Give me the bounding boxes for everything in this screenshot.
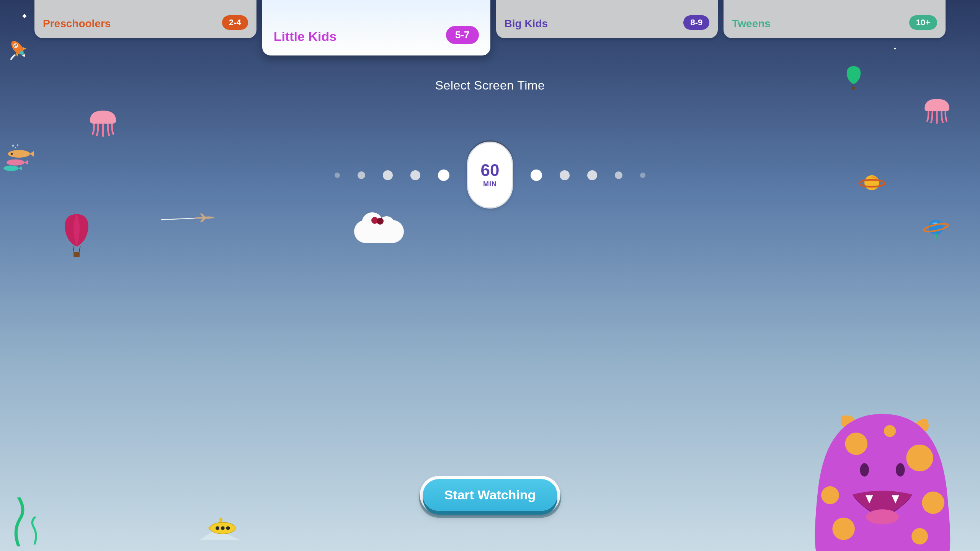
svg-rect-23 bbox=[220, 519, 222, 524]
seaweed-icon bbox=[10, 497, 40, 551]
svg-point-1 bbox=[12, 42, 19, 49]
svg-point-25 bbox=[210, 522, 235, 534]
time-unit: MIN bbox=[483, 180, 497, 188]
svg-point-27 bbox=[216, 526, 219, 530]
svg-point-34 bbox=[832, 518, 855, 540]
svg-point-39 bbox=[896, 463, 905, 476]
time-value: 60 bbox=[481, 162, 500, 179]
slider-dot[interactable] bbox=[410, 170, 420, 180]
slider-dot[interactable] bbox=[383, 170, 393, 180]
age-range-badge: 8-9 bbox=[683, 15, 709, 30]
slider-dot[interactable] bbox=[560, 170, 570, 180]
jellyfish-icon bbox=[86, 107, 120, 142]
svg-point-37 bbox=[884, 425, 896, 437]
berries-icon bbox=[371, 212, 382, 227]
age-card-label: Big Kids bbox=[505, 18, 548, 30]
age-card-little-kids[interactable]: Little Kids 5-7 bbox=[262, 0, 490, 55]
rocket-icon bbox=[6, 36, 33, 63]
slider-dot[interactable] bbox=[587, 170, 597, 180]
age-card-preschoolers[interactable]: Preschoolers 2-4 bbox=[34, 0, 256, 38]
svg-point-38 bbox=[860, 463, 869, 476]
current-time-pill[interactable]: 60 MIN bbox=[467, 142, 513, 209]
svg-point-36 bbox=[911, 528, 928, 544]
section-title: Select Screen Time bbox=[0, 78, 980, 93]
svg-point-2 bbox=[14, 45, 16, 47]
star-icon bbox=[22, 14, 26, 18]
slider-dot[interactable] bbox=[640, 173, 645, 178]
svg-point-40 bbox=[866, 509, 899, 524]
start-button-container: Start Watching bbox=[423, 479, 557, 511]
age-range-badge: 5-7 bbox=[446, 26, 479, 44]
svg-line-18 bbox=[161, 218, 195, 220]
submarine-icon bbox=[199, 517, 241, 540]
svg-point-29 bbox=[226, 526, 230, 530]
svg-rect-30 bbox=[209, 527, 211, 530]
svg-point-26 bbox=[210, 522, 235, 534]
svg-point-3 bbox=[15, 44, 17, 46]
screen-time-slider[interactable]: 60 MIN bbox=[0, 142, 980, 209]
slider-dot[interactable] bbox=[438, 170, 449, 181]
svg-line-12 bbox=[73, 246, 74, 253]
svg-point-33 bbox=[821, 486, 839, 504]
age-card-label: Preschoolers bbox=[43, 18, 111, 30]
svg-point-31 bbox=[845, 432, 868, 455]
svg-rect-4 bbox=[19, 51, 24, 55]
svg-point-35 bbox=[922, 492, 944, 514]
airplane-icon bbox=[161, 212, 218, 224]
age-range-badge: 2-4 bbox=[222, 15, 248, 30]
svg-rect-14 bbox=[74, 252, 80, 257]
jellyfish-icon bbox=[921, 96, 953, 128]
ringed-planet-icon bbox=[923, 214, 949, 241]
slider-dot[interactable] bbox=[531, 170, 542, 181]
age-card-big-kids[interactable]: Big Kids 8-9 bbox=[496, 0, 718, 38]
svg-point-21 bbox=[928, 220, 943, 235]
monster-character-icon bbox=[808, 409, 957, 551]
age-category-row: Preschoolers 2-4 Little Kids 5-7 Big Kid… bbox=[34, 0, 946, 55]
slider-dot[interactable] bbox=[358, 171, 365, 179]
age-card-label: Tweens bbox=[732, 18, 771, 30]
start-watching-button[interactable]: Start Watching bbox=[423, 479, 557, 511]
svg-point-24 bbox=[219, 518, 222, 521]
svg-point-32 bbox=[906, 445, 933, 471]
age-range-badge: 10+ bbox=[909, 15, 937, 30]
hot-air-balloon-icon bbox=[61, 212, 92, 266]
slider-dot[interactable] bbox=[335, 173, 340, 178]
svg-line-13 bbox=[79, 246, 80, 253]
svg-point-22 bbox=[923, 222, 949, 233]
age-card-label: Little Kids bbox=[274, 29, 336, 44]
seaweed-icon bbox=[27, 517, 42, 551]
age-card-tweens[interactable]: Tweens 10+ bbox=[724, 0, 946, 38]
slider-dot[interactable] bbox=[615, 171, 622, 179]
cloud-icon bbox=[354, 220, 404, 243]
svg-point-28 bbox=[221, 526, 225, 530]
svg-point-0 bbox=[9, 39, 26, 57]
